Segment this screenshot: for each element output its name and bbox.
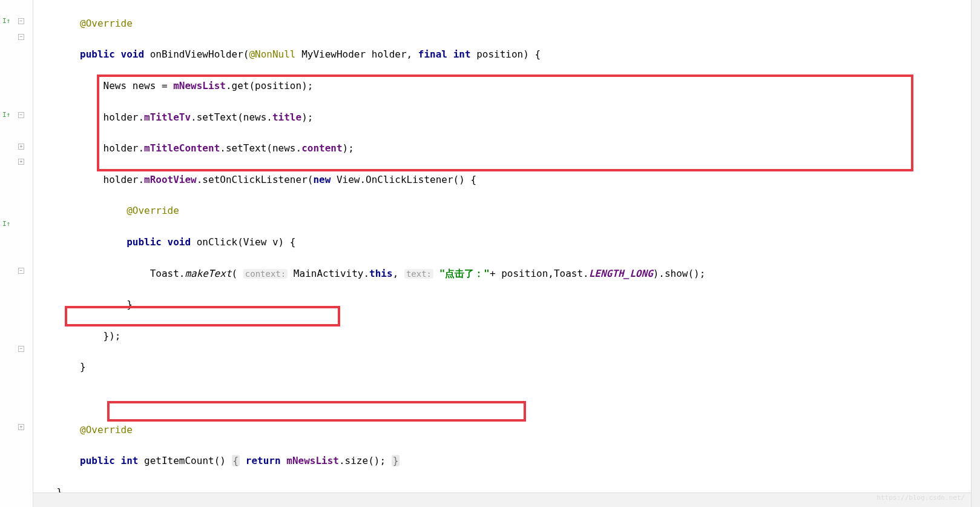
- field: mTitleTv: [144, 111, 191, 123]
- breadcrumb-bar[interactable]: MainActivity › onCreate(): [33, 492, 971, 507]
- annotation: @Override: [80, 18, 133, 29]
- code-text: .setText(news.: [220, 142, 301, 154]
- code-text: .size();: [339, 455, 386, 466]
- string-literal: "点击了：": [439, 268, 490, 279]
- type: MyViewHoder: [301, 48, 366, 60]
- fold-icon[interactable]: −: [18, 346, 24, 352]
- field: mRootView: [144, 174, 197, 185]
- code-text: holder.: [104, 174, 144, 185]
- fold-icon[interactable]: −: [18, 34, 24, 40]
- code-editor[interactable]: @Override public void onBindViewHolder(@…: [33, 0, 971, 507]
- method-name: getItemCount: [144, 455, 214, 466]
- code-text: .get(position);: [226, 80, 314, 91]
- code-text: ).show();: [653, 268, 706, 279]
- folded-brace[interactable]: {: [232, 455, 240, 466]
- field: title: [272, 111, 301, 123]
- annotation: @NonNull: [249, 48, 295, 60]
- folded-brace[interactable]: }: [392, 455, 400, 466]
- annotation: @Override: [127, 205, 179, 216]
- editor-gutter: I↑ − − I↑ − + + I↑ − − +: [0, 0, 33, 507]
- fold-icon[interactable]: +: [18, 159, 24, 165]
- annotation: @Override: [80, 424, 133, 436]
- constant: LENGTH_LONG: [589, 268, 653, 279]
- keyword-this: this: [369, 268, 393, 279]
- static-method: makeText: [185, 268, 231, 279]
- method-name: onClick: [197, 236, 237, 248]
- field: mNewsList: [173, 80, 226, 91]
- type: News: [104, 80, 127, 91]
- param: holder: [372, 48, 407, 60]
- keyword-public: public: [127, 236, 162, 248]
- code-text: holder.: [104, 111, 144, 123]
- method-name: onBindViewHolder: [150, 48, 243, 60]
- var: news: [133, 80, 156, 91]
- keyword-public: public: [80, 455, 115, 466]
- code-text: + position,Toast.: [490, 268, 589, 279]
- keyword-final: final: [418, 48, 447, 60]
- fold-icon[interactable]: +: [18, 144, 24, 150]
- field: mTitleContent: [144, 142, 220, 154]
- param-hint: context:: [243, 269, 288, 279]
- code-text: .setText(news.: [191, 111, 272, 123]
- field: content: [301, 142, 342, 154]
- fold-icon[interactable]: −: [18, 268, 24, 274]
- fold-icon[interactable]: +: [18, 424, 24, 430]
- code-text: (View v) {: [237, 236, 295, 248]
- keyword-public: public: [80, 48, 115, 60]
- code-text: holder.: [104, 142, 144, 154]
- override-marker-icon[interactable]: I↑: [2, 220, 12, 230]
- keyword-new: new: [313, 174, 331, 185]
- field: mNewsList: [286, 455, 339, 466]
- param: position: [476, 48, 523, 60]
- fold-icon[interactable]: −: [18, 18, 24, 24]
- keyword-int: int: [453, 48, 471, 60]
- code-text: .setOnClickListener(: [197, 174, 314, 185]
- keyword-void: void: [121, 48, 145, 60]
- fold-icon[interactable]: −: [18, 112, 24, 118]
- param-hint: text:: [404, 269, 433, 279]
- override-marker-icon[interactable]: I↑: [2, 111, 12, 121]
- code-text: View.OnClickListener() {: [337, 174, 476, 185]
- watermark: https://blog.csdn.net/: [876, 490, 965, 506]
- vertical-scrollbar[interactable]: [971, 0, 980, 507]
- override-marker-icon[interactable]: I↑: [2, 17, 12, 27]
- code-text: Toast.: [150, 268, 185, 279]
- keyword-return: return: [246, 455, 281, 466]
- code-text: MainActivity.: [294, 268, 369, 279]
- keyword-void: void: [168, 236, 191, 248]
- keyword-int: int: [121, 455, 139, 466]
